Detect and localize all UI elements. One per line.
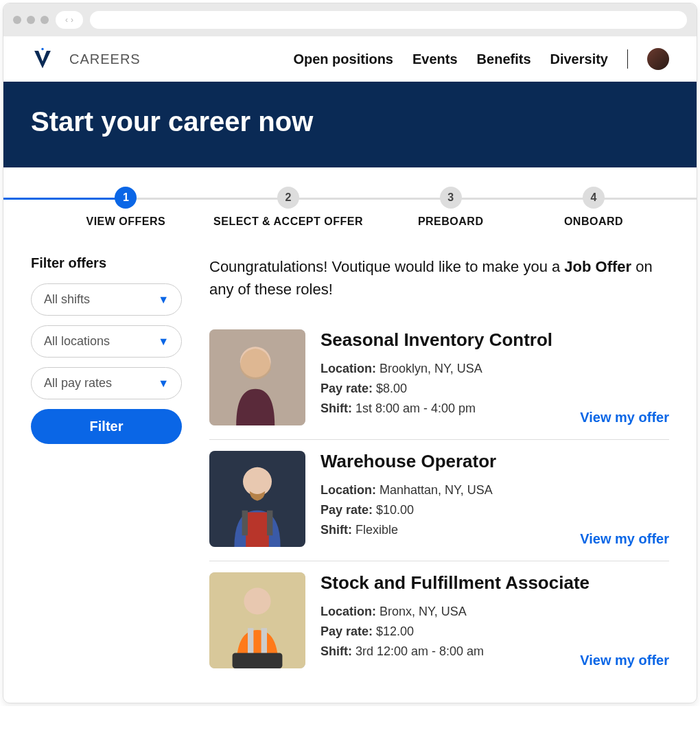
logo-icon (31, 47, 54, 71)
step-3[interactable]: 3 PREBOARD (369, 187, 532, 228)
view-offer-link[interactable]: View my offer (580, 653, 669, 668)
view-offer-link[interactable]: View my offer (580, 531, 669, 547)
step-circle: 4 (583, 187, 605, 209)
shift-value: Flexible (355, 523, 398, 537)
location-label: Location: (320, 605, 376, 618)
filter-sidebar: Filter offers All shifts ▼ All locations… (31, 255, 182, 682)
offer-card: Seasonal Inventory Control Location: Bro… (209, 318, 669, 440)
brand: CAREERS (31, 47, 141, 71)
view-offer-link[interactable]: View my offer (580, 410, 669, 425)
svg-point-0 (41, 48, 43, 50)
avatar[interactable] (647, 48, 669, 70)
location-label: Location: (320, 362, 376, 375)
payrate-label: Pay rate: (320, 624, 373, 638)
window-close-dot[interactable] (13, 16, 21, 24)
svg-rect-6 (267, 511, 272, 535)
offer-card: Stock and Fulfillment Associate Location… (209, 561, 669, 682)
svg-rect-5 (242, 511, 248, 535)
shifts-value: All shifts (44, 292, 90, 307)
location-value: Bronx, NY, USA (380, 605, 467, 618)
svg-rect-11 (233, 653, 283, 668)
nav-separator (627, 49, 628, 69)
payrates-select[interactable]: All pay rates ▼ (31, 367, 182, 399)
filter-button[interactable]: Filter (31, 409, 182, 444)
svg-point-8 (244, 587, 270, 614)
site-header: CAREERS Open positions Events Benefits D… (3, 36, 697, 82)
nav-open-positions[interactable]: Open positions (293, 51, 393, 67)
hero: Start your career now (3, 82, 697, 167)
payrate-label: Pay rate: (320, 503, 373, 517)
person-icon (209, 572, 305, 668)
forward-icon: › (71, 15, 73, 25)
step-4[interactable]: 4 ONBOARD (532, 187, 655, 228)
intro-prefix: Coungratulations! Voutique would like to… (209, 258, 564, 275)
page-title: Start your career now (31, 106, 669, 137)
intro-text: Coungratulations! Voutique would like to… (209, 255, 669, 301)
offer-card: Warehouse Operator Location: Manhattan, … (209, 440, 669, 561)
step-label: VIEW OFFERS (45, 215, 207, 228)
chevron-down-icon: ▼ (158, 336, 169, 348)
location-value: Manhattan, NY, USA (380, 483, 493, 497)
step-label: PREBOARD (369, 215, 532, 228)
url-bar[interactable] (90, 11, 687, 29)
nav-diversity[interactable]: Diversity (550, 51, 609, 67)
filter-title: Filter offers (31, 255, 182, 271)
person-icon (209, 451, 305, 547)
shift-label: Shift: (320, 644, 352, 658)
offer-title: Warehouse Operator (320, 451, 669, 472)
step-label: ONBOARD (532, 215, 655, 228)
payrate-value: $10.00 (376, 503, 414, 517)
offer-title: Seasonal Inventory Control (320, 329, 669, 351)
main: Coungratulations! Voutique would like to… (209, 255, 669, 682)
top-nav: Open positions Events Benefits Diversity (293, 48, 669, 70)
step-2[interactable]: 2 SELECT & ACCEPT OFFER (207, 187, 370, 228)
svg-rect-10 (261, 628, 267, 657)
chevron-down-icon: ▼ (158, 294, 169, 306)
payrate-label: Pay rate: (320, 382, 373, 395)
person-icon (209, 329, 305, 425)
payrate-value: $12.00 (376, 624, 414, 638)
browser-frame: ‹ › CAREERS Open positions Events Benefi… (3, 3, 697, 703)
window-maximize-dot[interactable] (40, 16, 49, 24)
offer-body: Stock and Fulfillment Associate Location… (320, 572, 669, 668)
offer-thumbnail (209, 451, 305, 547)
intro-bold: Job Offer (564, 258, 631, 275)
shift-value: 3rd 12:00 am - 8:00 am (355, 644, 484, 658)
chevron-down-icon: ▼ (158, 377, 169, 390)
offer-body: Seasonal Inventory Control Location: Bro… (320, 329, 669, 425)
step-line (126, 198, 207, 200)
browser-top-bar: ‹ › (3, 3, 697, 36)
location-label: Location: (320, 483, 376, 497)
stepper: 1 VIEW OFFERS 2 SELECT & ACCEPT OFFER 3 … (3, 167, 697, 235)
step-line (594, 198, 697, 200)
svg-rect-9 (248, 628, 253, 657)
offer-title: Stock and Fulfillment Associate (320, 572, 669, 594)
step-line-active (3, 198, 126, 200)
svg-point-4 (243, 467, 272, 496)
content: Filter offers All shifts ▼ All locations… (3, 235, 697, 703)
step-label: SELECT & ACCEPT OFFER (207, 215, 370, 228)
step-circle: 1 (115, 187, 137, 209)
nav-events[interactable]: Events (412, 51, 458, 67)
shift-value: 1st 8:00 am - 4:00 pm (355, 401, 476, 415)
brand-name: CAREERS (69, 51, 141, 67)
offer-body: Warehouse Operator Location: Manhattan, … (320, 451, 669, 547)
step-1[interactable]: 1 VIEW OFFERS (45, 187, 207, 228)
step-circle: 3 (440, 187, 462, 209)
payrates-value: All pay rates (44, 376, 112, 390)
shift-label: Shift: (320, 401, 352, 415)
browser-nav-arrows[interactable]: ‹ › (56, 11, 83, 29)
back-icon: ‹ (65, 15, 68, 25)
offer-thumbnail (209, 572, 305, 668)
offer-thumbnail (209, 329, 305, 425)
nav-benefits[interactable]: Benefits (477, 51, 531, 67)
location-value: Brooklyn, NY, USA (380, 362, 482, 375)
window-controls (13, 16, 49, 24)
shift-label: Shift: (320, 523, 352, 537)
locations-value: All locations (44, 334, 110, 349)
locations-select[interactable]: All locations ▼ (31, 325, 182, 358)
window-minimize-dot[interactable] (27, 16, 35, 24)
step-circle: 2 (277, 187, 299, 209)
payrate-value: $8.00 (376, 382, 407, 395)
shifts-select[interactable]: All shifts ▼ (31, 283, 182, 316)
